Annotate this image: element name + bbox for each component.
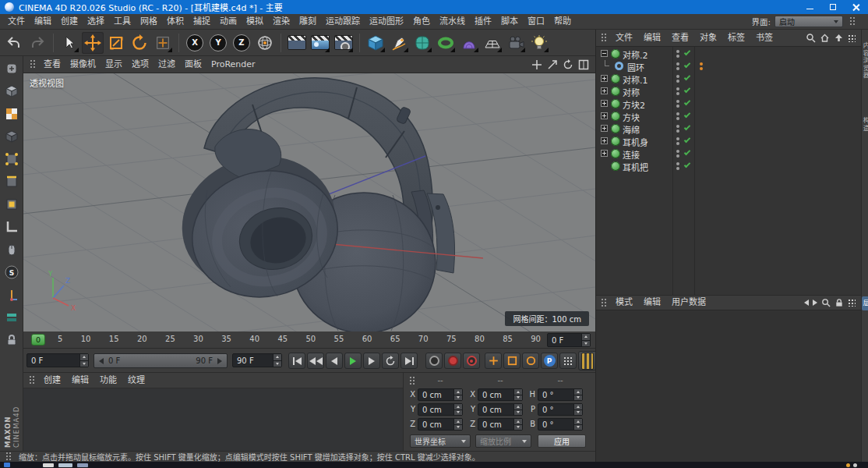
taskbar-app[interactable] bbox=[43, 463, 54, 467]
timeline-tick[interactable]: 40 bbox=[249, 335, 259, 343]
expand-icon[interactable] bbox=[601, 137, 608, 144]
interface-dropdown[interactable]: 启动 bbox=[774, 16, 843, 27]
scale-mode-dropdown[interactable]: 缩放比例 bbox=[475, 434, 531, 448]
goto-start-button[interactable] bbox=[288, 353, 305, 369]
timeline-tick[interactable]: 35 bbox=[221, 335, 231, 343]
menu-item[interactable]: 选择 bbox=[83, 14, 109, 30]
record-parameter-button[interactable]: P bbox=[541, 353, 558, 369]
menu-item[interactable]: 工具 bbox=[109, 14, 136, 30]
render-picture-viewer-button[interactable] bbox=[309, 32, 331, 54]
close-button[interactable] bbox=[845, 0, 868, 14]
prev-key-button[interactable] bbox=[307, 353, 324, 369]
record-scale-button[interactable] bbox=[503, 353, 520, 369]
object-row[interactable]: 海绵 bbox=[596, 122, 861, 135]
am-menu-item[interactable]: 用户数据 bbox=[666, 294, 711, 311]
render-settings-button[interactable] bbox=[333, 32, 355, 54]
object-row[interactable]: 对称 bbox=[596, 85, 861, 98]
timeline-tick[interactable]: 50 bbox=[305, 335, 316, 343]
spin-down-icon[interactable] bbox=[454, 410, 462, 416]
size-y-field[interactable]: 0 cm bbox=[478, 403, 523, 416]
polygon-mode-button[interactable] bbox=[2, 195, 21, 214]
add-light-button[interactable] bbox=[528, 32, 550, 54]
taskbar-app[interactable] bbox=[58, 463, 72, 467]
maximize-button[interactable] bbox=[821, 0, 845, 14]
enabled-check-icon[interactable] bbox=[684, 112, 690, 118]
recent-tool-button[interactable] bbox=[152, 32, 174, 54]
goto-end-button[interactable] bbox=[400, 353, 418, 369]
add-spline-button[interactable] bbox=[388, 32, 410, 54]
menu-item[interactable]: 流水线 bbox=[435, 14, 470, 30]
rotate-tool-button[interactable] bbox=[129, 32, 150, 54]
menu-item[interactable]: 角色 bbox=[408, 14, 435, 30]
preview-range-slider[interactable]: 0 F 90 F bbox=[94, 353, 228, 368]
rot-b-field[interactable]: 0 ° bbox=[538, 418, 583, 431]
object-name[interactable]: 对称.2 bbox=[623, 48, 648, 61]
spin-down-icon[interactable] bbox=[454, 395, 462, 401]
point-mode-button[interactable] bbox=[2, 150, 21, 168]
make-editable-button[interactable] bbox=[2, 59, 21, 78]
add-subdivision-button[interactable] bbox=[411, 32, 433, 54]
menu-grid-icon[interactable] bbox=[848, 299, 856, 307]
move-tool-button[interactable] bbox=[82, 32, 104, 54]
minimize-button[interactable] bbox=[798, 0, 821, 14]
select-tool-button[interactable] bbox=[58, 32, 80, 54]
viewport-menu-item[interactable]: 过滤 bbox=[153, 57, 180, 73]
timeline-tick[interactable]: 25 bbox=[165, 335, 175, 343]
tray-icon[interactable] bbox=[853, 463, 857, 467]
object-name[interactable]: 海绵 bbox=[623, 123, 640, 136]
add-generator-button[interactable] bbox=[435, 32, 457, 54]
spin-down-icon[interactable] bbox=[574, 410, 582, 416]
object-row[interactable]: 圆环 bbox=[596, 60, 861, 73]
edge-mode-button[interactable] bbox=[2, 172, 21, 191]
timeline-tick[interactable]: 80 bbox=[475, 335, 485, 343]
visibility-dots[interactable] bbox=[676, 50, 679, 58]
om-menu-item[interactable]: 文件 bbox=[610, 30, 638, 47]
taskbar-app[interactable] bbox=[77, 463, 88, 467]
spin-up-icon[interactable] bbox=[582, 334, 590, 340]
tab-structure[interactable]: 构造 bbox=[862, 117, 868, 132]
timeline-tick[interactable]: 15 bbox=[109, 335, 119, 343]
size-x-field[interactable]: 0 cm bbox=[478, 388, 523, 401]
viewport-menu-item[interactable]: 面板 bbox=[180, 57, 206, 73]
visibility-dots[interactable] bbox=[676, 137, 679, 145]
history-back-icon[interactable] bbox=[804, 300, 809, 306]
menu-item[interactable]: 运动图形 bbox=[365, 14, 408, 30]
spin-down-icon[interactable] bbox=[514, 410, 522, 416]
menu-item[interactable]: 模拟 bbox=[242, 14, 268, 30]
expand-icon[interactable] bbox=[601, 125, 608, 132]
timeline-tick[interactable]: 90 bbox=[531, 335, 541, 343]
object-mode-button[interactable] bbox=[2, 127, 21, 146]
visibility-dots[interactable] bbox=[676, 112, 679, 120]
timeline-tick[interactable]: 55 bbox=[334, 335, 344, 343]
object-manager-list[interactable]: 对称.2 圆环 对称.1 对称 bbox=[596, 47, 861, 295]
z-axis-lock-button[interactable]: Z bbox=[231, 32, 252, 54]
range-right-handle[interactable] bbox=[217, 358, 225, 364]
tweak-mode-button[interactable] bbox=[2, 240, 21, 259]
pos-x-field[interactable]: 0 cm bbox=[418, 388, 463, 401]
timeline-tick[interactable]: 70 bbox=[418, 335, 429, 343]
x-axis-lock-button[interactable]: X bbox=[184, 32, 206, 54]
record-pla-button[interactable] bbox=[559, 353, 577, 369]
y-axis-lock-button[interactable]: Y bbox=[207, 32, 229, 54]
play-button[interactable] bbox=[344, 353, 362, 369]
timeline-tick[interactable]: 45 bbox=[277, 335, 288, 343]
search-icon[interactable] bbox=[806, 33, 816, 43]
visibility-dots[interactable] bbox=[676, 150, 679, 158]
object-row[interactable]: 对称.2 bbox=[596, 48, 861, 60]
add-cube-button[interactable] bbox=[365, 32, 386, 54]
menu-item[interactable]: 运动跟踪 bbox=[321, 14, 365, 30]
menu-item[interactable]: 创建 bbox=[56, 14, 83, 30]
expand-icon[interactable] bbox=[601, 100, 608, 107]
menu-item[interactable]: 帮助 bbox=[549, 14, 576, 30]
titlebar[interactable]: CINEMA 4D R20.026 Studio (RC - R20) - [耳… bbox=[0, 0, 868, 14]
lock-icon[interactable] bbox=[834, 298, 844, 307]
menu-item[interactable]: 文件 bbox=[3, 14, 30, 30]
menu-item[interactable]: 捕捉 bbox=[189, 14, 215, 30]
om-menu-item[interactable]: 书签 bbox=[750, 30, 778, 47]
coordinate-system-button[interactable] bbox=[254, 32, 276, 54]
object-name[interactable]: 耳机身 bbox=[623, 136, 648, 148]
add-floor-button[interactable] bbox=[482, 32, 503, 54]
spin-down-icon[interactable] bbox=[582, 340, 590, 347]
spin-down-icon[interactable] bbox=[514, 424, 522, 431]
object-row[interactable]: 耳机把 bbox=[596, 160, 861, 172]
